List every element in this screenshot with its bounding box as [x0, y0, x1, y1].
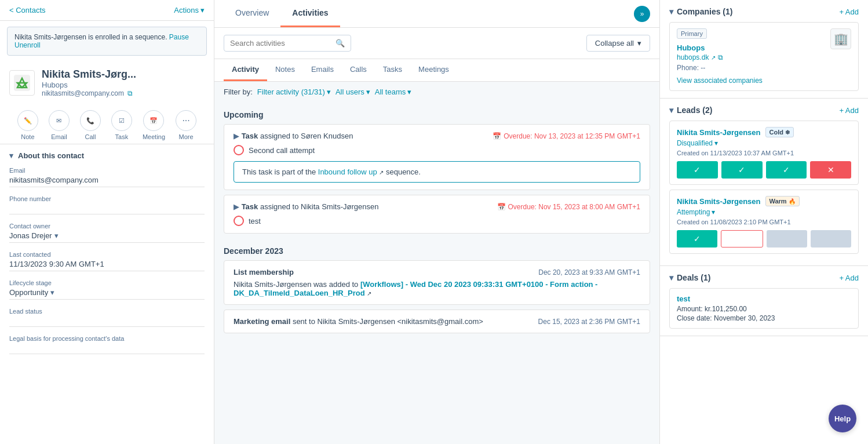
contact-logo	[9, 70, 35, 96]
task-card-2: ▶ Task assigned to Nikita Smits-Jørgense…	[224, 195, 650, 234]
company-name[interactable]: Hubops	[677, 43, 723, 52]
expand-task-icon[interactable]: ▶	[234, 132, 239, 140]
deal-amount: Amount: kr.101,250.00	[677, 305, 851, 313]
task-button[interactable]: ☑ Task	[111, 110, 132, 140]
activity-tab-activity[interactable]: Activity	[224, 59, 267, 81]
task-header-2: ▶ Task assigned to Nikita Smits-Jørgense…	[234, 202, 640, 211]
contacts-link[interactable]: < Contacts	[9, 6, 46, 14]
activity-tab-calls[interactable]: Calls	[342, 59, 375, 81]
collapse-icon: ▾	[9, 151, 13, 160]
field-legal-basis: Legal basis for processing contact's dat…	[9, 335, 205, 354]
flame-icon: 🔥	[789, 198, 796, 205]
note-button[interactable]: ✏️ Note	[17, 110, 38, 140]
activities-content: Upcoming ▶ Task assigned to Søren Knudse…	[214, 102, 659, 444]
filter-teams-chevron-icon: ▾	[407, 88, 411, 96]
lead-action-2-gray-2[interactable]	[811, 230, 851, 248]
right-sidebar: ▾ Companies (1) + Add Primary Hubops hub…	[659, 0, 868, 444]
top-bar: < Contacts Actions	[0, 0, 214, 21]
sequence-link[interactable]: Inbound follow up	[318, 168, 377, 176]
activity-tab-emails[interactable]: Emails	[303, 59, 342, 81]
actions-chevron-icon	[200, 6, 205, 14]
search-icon: 🔍	[335, 39, 345, 48]
main-tabs-bar: Overview Activities »	[214, 0, 659, 28]
activity-tab-tasks[interactable]: Tasks	[375, 59, 410, 81]
lead-status-1[interactable]: Disqualified ▾	[677, 139, 851, 147]
contact-info: Nikita Smits-Jørg... Hubops nikitasmits@…	[42, 68, 136, 97]
copy-company-icon[interactable]: ⧉	[718, 53, 723, 61]
call-button[interactable]: 📞 Call	[80, 110, 101, 140]
search-input[interactable]	[230, 39, 331, 48]
company-phone: Phone: --	[677, 64, 723, 72]
lead-actions-1: ✓ ✓ ✓ ✕	[677, 161, 851, 179]
about-header[interactable]: ▾ About this contact	[9, 151, 205, 160]
meeting-button[interactable]: 📅 Meeting	[143, 110, 165, 140]
tab-overview[interactable]: Overview	[224, 0, 280, 27]
company-url[interactable]: hubops.dk ↗ ⧉	[677, 53, 723, 61]
sequence-box-1: This task is part of the Inbound follow …	[234, 161, 640, 183]
companies-collapse-icon[interactable]: ▾	[669, 7, 673, 16]
sequence-banner: Nikita Smits-Jørgensen is enrolled in a …	[7, 27, 207, 56]
overdue-badge-2: 📅 Overdue: Nov 15, 2023 at 8:00 AM GMT+1	[497, 203, 640, 211]
filter-activity-chevron-icon: ▾	[327, 88, 331, 96]
deal-close-date: Close date: November 30, 2023	[677, 314, 851, 322]
lead-status-2[interactable]: Attempting ▾	[677, 208, 851, 216]
expand-task-2-icon[interactable]: ▶	[234, 202, 239, 211]
task-circle-icon	[234, 145, 244, 155]
filter-teams-dropdown[interactable]: All teams ▾	[375, 88, 411, 96]
lifecycle-dropdown-icon[interactable]: ▾	[50, 288, 54, 297]
copy-icon[interactable]: ⧉	[127, 89, 133, 97]
lead-action-close[interactable]: ✕	[810, 161, 851, 179]
lead-action-2-check[interactable]: ✓	[677, 230, 717, 248]
marketing-header: Marketing email sent to Nikita Smits-Jør…	[234, 317, 640, 326]
marketing-email-card: Marketing email sent to Nikita Smits-Jør…	[224, 310, 650, 333]
contact-header: Nikita Smits-Jørg... Hubops nikitasmits@…	[0, 61, 214, 104]
activity-bar: 🔍 Collapse all ▾	[214, 28, 659, 59]
more-icon: ···	[182, 115, 189, 126]
primary-badge: Primary	[677, 28, 707, 39]
companies-section: ▾ Companies (1) + Add Primary Hubops hub…	[660, 0, 868, 99]
companies-header: ▾ Companies (1) + Add	[669, 7, 859, 16]
filter-users-chevron-icon: ▾	[366, 88, 370, 96]
task-circle-2-icon	[234, 216, 244, 226]
activity-tabs: Activity Notes Emails Calls Tasks Meetin…	[214, 59, 659, 82]
snowflake-icon: ❄	[785, 129, 790, 136]
more-button[interactable]: ··· More	[176, 110, 196, 140]
owner-dropdown-icon[interactable]: ▾	[54, 231, 59, 240]
task-title-2: ▶ Task assigned to Nikita Smits-Jørgense…	[234, 202, 378, 211]
pause-link[interactable]: Pause	[169, 33, 189, 41]
lead-action-2-outline[interactable]	[721, 230, 763, 248]
unenroll-link[interactable]: Unenroll	[14, 41, 41, 49]
contact-company: Hubops	[42, 81, 136, 89]
upcoming-header: Upcoming	[224, 102, 650, 124]
filter-activity-dropdown[interactable]: Filter activity (31/31) ▾	[257, 88, 331, 96]
activity-tab-notes[interactable]: Notes	[267, 59, 303, 81]
help-button[interactable]: Help	[829, 405, 856, 432]
add-lead-button[interactable]: + Add	[839, 106, 859, 115]
workflow-external-icon: ↗	[367, 290, 371, 297]
collapse-all-button[interactable]: Collapse all ▾	[586, 35, 650, 52]
actions-button[interactable]: Actions	[174, 6, 205, 14]
field-last-contacted: Last contacted 11/13/2023 9:30 AM GMT+1	[9, 251, 205, 271]
activity-tab-meetings[interactable]: Meetings	[410, 59, 457, 81]
lead-action-check-1[interactable]: ✓	[677, 161, 718, 179]
deals-title: ▾ Deals (1)	[669, 273, 710, 282]
add-company-button[interactable]: + Add	[839, 8, 859, 16]
deals-collapse-icon[interactable]: ▾	[669, 273, 673, 282]
lead-action-2-gray-1[interactable]	[767, 230, 807, 248]
lead-action-check-3[interactable]: ✓	[766, 161, 807, 179]
lead-card-2: Nikita Smits-Jørgensen Warm 🔥 Attempting…	[669, 190, 859, 254]
tab-activities[interactable]: Activities	[280, 0, 340, 27]
deal-card: test Amount: kr.101,250.00 Close date: N…	[669, 288, 859, 329]
filter-users-dropdown[interactable]: All users ▾	[335, 88, 370, 96]
lead-action-check-2[interactable]: ✓	[721, 161, 763, 179]
deals-section: ▾ Deals (1) + Add test Amount: kr.101,25…	[660, 266, 868, 336]
contact-email: nikitasmits@company.com	[42, 89, 124, 97]
view-associated-companies-link[interactable]: View associated companies	[677, 77, 851, 85]
expand-button[interactable]: »	[634, 6, 650, 22]
search-box[interactable]: 🔍	[224, 35, 351, 52]
deal-name[interactable]: test	[677, 294, 851, 303]
about-title: About this contact	[18, 151, 84, 160]
leads-collapse-icon[interactable]: ▾	[669, 105, 673, 115]
email-button[interactable]: ✉ Email	[49, 110, 70, 140]
add-deal-button[interactable]: + Add	[839, 274, 859, 282]
